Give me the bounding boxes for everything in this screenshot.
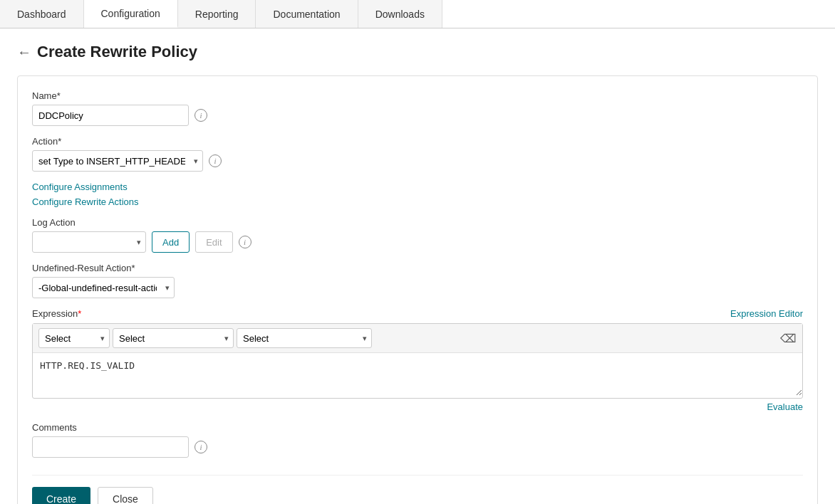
configure-rewrite-actions-link[interactable]: Configure Rewrite Actions	[32, 196, 803, 207]
nav-bar: Dashboard Configuration Reporting Docume…	[0, 0, 835, 28]
name-input-row: i	[32, 105, 803, 126]
expression-box: Select Select Select ⌫	[32, 323, 803, 399]
comments-input[interactable]	[32, 436, 189, 458]
expression-group: Expression* Expression Editor Select Sel…	[32, 308, 803, 412]
log-action-info-icon[interactable]: i	[239, 236, 251, 248]
comments-group: Comments i	[32, 422, 803, 458]
tab-documentation[interactable]: Documentation	[256, 0, 358, 28]
undefined-result-select-wrapper: -Global-undefined-result-action-	[32, 277, 175, 298]
comments-label: Comments	[32, 422, 803, 433]
evaluate-row: Evaluate	[32, 401, 803, 412]
expression-selects-row: Select Select Select ⌫	[33, 324, 802, 353]
footer-bar: Create Close	[32, 475, 803, 504]
action-input-row: set Type to INSERT_HTTP_HEADER i	[32, 150, 803, 172]
action-select-wrapper: set Type to INSERT_HTTP_HEADER	[32, 150, 203, 172]
expression-select-1[interactable]: Select	[38, 328, 110, 348]
page-title: Create Rewrite Policy	[37, 43, 197, 61]
action-label: Action*	[32, 136, 803, 147]
links-group: Configure Assignments Configure Rewrite …	[32, 182, 803, 207]
log-action-group: Log Action Add Edit i	[32, 217, 803, 253]
expression-textarea-wrapper	[33, 353, 802, 398]
comments-info-icon[interactable]: i	[195, 441, 207, 453]
tab-dashboard[interactable]: Dashboard	[0, 0, 84, 28]
name-input[interactable]	[32, 105, 189, 126]
expression-header: Expression* Expression Editor	[32, 308, 803, 319]
page-title-row: ← Create Rewrite Policy	[17, 43, 818, 61]
log-action-select[interactable]	[32, 231, 146, 253]
expr-select1-wrapper: Select	[38, 328, 110, 348]
evaluate-link[interactable]: Evaluate	[767, 401, 803, 412]
log-action-row: Add Edit i	[32, 231, 803, 253]
backspace-button[interactable]: ⌫	[780, 332, 797, 345]
log-action-select-wrapper	[32, 231, 146, 253]
tab-reporting[interactable]: Reporting	[178, 0, 256, 28]
expression-editor-link[interactable]: Expression Editor	[730, 308, 803, 319]
tab-configuration[interactable]: Configuration	[84, 0, 178, 28]
expression-textarea[interactable]	[33, 353, 802, 396]
create-button[interactable]: Create	[32, 487, 90, 504]
close-button[interactable]: Close	[98, 487, 153, 504]
name-info-icon[interactable]: i	[195, 109, 207, 122]
name-label: Name*	[32, 90, 803, 101]
back-button[interactable]: ←	[17, 44, 31, 61]
undefined-result-group: Undefined-Result Action* -Global-undefin…	[32, 263, 803, 298]
undefined-result-label: Undefined-Result Action*	[32, 263, 803, 273]
add-button[interactable]: Add	[152, 231, 190, 253]
name-group: Name* i	[32, 90, 803, 126]
undefined-result-select[interactable]: -Global-undefined-result-action-	[32, 277, 175, 298]
comments-input-row: i	[32, 436, 803, 458]
expression-select-2[interactable]: Select	[113, 328, 234, 348]
action-info-icon[interactable]: i	[209, 154, 222, 167]
expr-select3-wrapper: Select	[237, 328, 372, 348]
expression-select-3[interactable]: Select	[237, 328, 372, 348]
edit-button[interactable]: Edit	[195, 231, 232, 253]
configure-assignments-link[interactable]: Configure Assignments	[32, 182, 803, 192]
log-action-label: Log Action	[32, 217, 803, 228]
action-group: Action* set Type to INSERT_HTTP_HEADER i	[32, 136, 803, 172]
expr-select2-wrapper: Select	[113, 328, 234, 348]
tab-downloads[interactable]: Downloads	[358, 0, 442, 28]
expression-label: Expression*	[32, 308, 81, 319]
page-content: ← Create Rewrite Policy Name* i Action* …	[0, 28, 835, 504]
form-card: Name* i Action* set Type to INSERT_HTTP_…	[17, 75, 818, 504]
action-select[interactable]: set Type to INSERT_HTTP_HEADER	[32, 150, 203, 172]
